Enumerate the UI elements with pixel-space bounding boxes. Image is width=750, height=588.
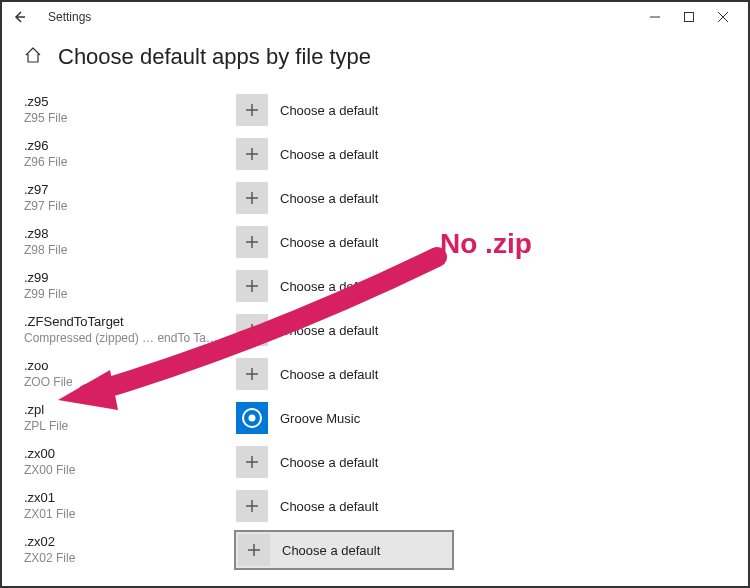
choose-default-button[interactable]: Choose a default <box>234 312 454 348</box>
file-type-row: .z96Z96 FileChoose a default <box>24 132 726 176</box>
file-description: ZX02 File <box>24 551 234 566</box>
file-type-info: .zx00ZX00 File <box>24 446 234 477</box>
home-icon[interactable] <box>24 46 42 68</box>
svg-point-20 <box>249 415 256 422</box>
file-type-info: .z98Z98 File <box>24 226 234 257</box>
file-extension: .zx02 <box>24 534 234 550</box>
app-label: Groove Music <box>280 411 360 426</box>
file-description: ZPL File <box>24 419 234 434</box>
choose-default-button[interactable]: Choose a default <box>234 444 454 480</box>
file-type-info: .z96Z96 File <box>24 138 234 169</box>
choose-default-button[interactable]: Choose a default <box>234 136 454 172</box>
titlebar: Settings <box>2 2 748 32</box>
file-description: Z99 File <box>24 287 234 302</box>
file-description: Z95 File <box>24 111 234 126</box>
window-title: Settings <box>48 10 91 24</box>
app-label: Choose a default <box>280 235 378 250</box>
back-button[interactable] <box>10 8 28 26</box>
file-description: Z96 File <box>24 155 234 170</box>
choose-default-button[interactable]: Choose a default <box>234 488 454 524</box>
file-description: Z97 File <box>24 199 234 214</box>
file-type-row: .zx02ZX02 FileChoose a default <box>24 528 726 572</box>
file-extension: .zx01 <box>24 490 234 506</box>
file-type-info: .zplZPL File <box>24 402 234 433</box>
plus-icon <box>236 138 268 170</box>
app-label: Choose a default <box>280 367 378 382</box>
file-extension: .z99 <box>24 270 234 286</box>
app-label: Choose a default <box>282 543 380 558</box>
svg-rect-2 <box>685 13 694 22</box>
plus-icon <box>236 314 268 346</box>
app-label: Choose a default <box>280 191 378 206</box>
file-type-row: .zplZPL FileGroove Music <box>24 396 726 440</box>
plus-icon <box>236 358 268 390</box>
file-extension: .zoo <box>24 358 234 374</box>
app-label: Choose a default <box>280 499 378 514</box>
plus-icon <box>236 270 268 302</box>
close-button[interactable] <box>706 2 740 32</box>
plus-icon <box>238 534 270 566</box>
app-label: Choose a default <box>280 455 378 470</box>
app-label: Choose a default <box>280 103 378 118</box>
file-extension: .z95 <box>24 94 234 110</box>
file-type-row: .z98Z98 FileChoose a default <box>24 220 726 264</box>
page-title: Choose default apps by file type <box>58 44 371 70</box>
choose-default-button[interactable]: Groove Music <box>234 400 454 436</box>
plus-icon <box>236 182 268 214</box>
file-type-info: .z95Z95 File <box>24 94 234 125</box>
maximize-button[interactable] <box>672 2 706 32</box>
file-type-info: .ZFSendToTargetCompressed (zipped) … end… <box>24 314 234 345</box>
file-extension: .ZFSendToTarget <box>24 314 234 330</box>
file-type-row: .z97Z97 FileChoose a default <box>24 176 726 220</box>
choose-default-button[interactable]: Choose a default <box>234 356 454 392</box>
file-type-row: .z99Z99 FileChoose a default <box>24 264 726 308</box>
choose-default-button[interactable]: Choose a default <box>234 224 454 260</box>
file-extension: .z98 <box>24 226 234 242</box>
choose-default-button[interactable]: Choose a default <box>234 530 454 570</box>
file-type-info: .z97Z97 File <box>24 182 234 213</box>
plus-icon <box>236 446 268 478</box>
file-type-row: .ZFSendToTargetCompressed (zipped) … end… <box>24 308 726 352</box>
minimize-button[interactable] <box>638 2 672 32</box>
file-extension: .zpl <box>24 402 234 418</box>
app-label: Choose a default <box>280 279 378 294</box>
file-extension: .z97 <box>24 182 234 198</box>
file-type-info: .zx02ZX02 File <box>24 534 234 565</box>
file-type-list: .z95Z95 FileChoose a default.z96Z96 File… <box>2 88 748 572</box>
app-label: Choose a default <box>280 147 378 162</box>
file-description: ZX01 File <box>24 507 234 522</box>
groove-music-icon <box>236 402 268 434</box>
choose-default-button[interactable]: Choose a default <box>234 92 454 128</box>
app-label: Choose a default <box>280 323 378 338</box>
file-description: Z98 File <box>24 243 234 258</box>
file-extension: .zx00 <box>24 446 234 462</box>
file-type-row: .zx01ZX01 FileChoose a default <box>24 484 726 528</box>
choose-default-button[interactable]: Choose a default <box>234 268 454 304</box>
file-description: Compressed (zipped) … endTo Ta… <box>24 331 234 346</box>
file-type-row: .zx00ZX00 FileChoose a default <box>24 440 726 484</box>
plus-icon <box>236 226 268 258</box>
file-type-info: .zooZOO File <box>24 358 234 389</box>
file-type-row: .z95Z95 FileChoose a default <box>24 88 726 132</box>
plus-icon <box>236 490 268 522</box>
file-type-row: .zooZOO FileChoose a default <box>24 352 726 396</box>
file-type-info: .zx01ZX01 File <box>24 490 234 521</box>
page-header: Choose default apps by file type <box>2 32 748 88</box>
file-extension: .z96 <box>24 138 234 154</box>
file-description: ZX00 File <box>24 463 234 478</box>
choose-default-button[interactable]: Choose a default <box>234 180 454 216</box>
file-description: ZOO File <box>24 375 234 390</box>
plus-icon <box>236 94 268 126</box>
file-type-info: .z99Z99 File <box>24 270 234 301</box>
